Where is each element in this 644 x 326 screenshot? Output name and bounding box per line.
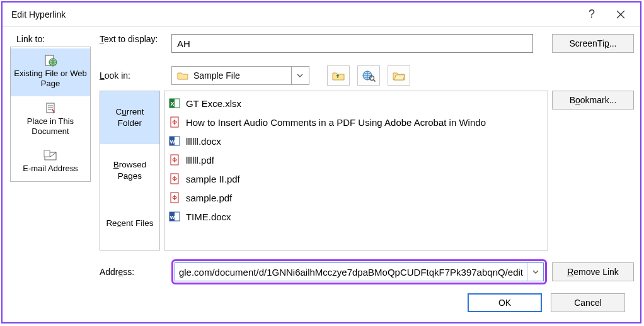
edit-hyperlink-dialog: Edit Hyperlink ? Link to: Existing File … <box>1 1 641 323</box>
up-folder-icon <box>331 70 345 81</box>
address-value: gle.com/document/d/1GNNi6ailhMcczye7dpaB… <box>175 267 527 278</box>
dialog-footer: OK Cancel <box>100 289 634 315</box>
file-area: CurrentFolder BrowsedPages Recent Files … <box>100 91 634 250</box>
file-list[interactable]: X GT Exce.xlsx How to Insert Audio Comme… <box>164 91 548 250</box>
cancel-button[interactable]: Cancel <box>551 293 625 312</box>
list-item[interactable]: W llllll.docx <box>168 132 544 150</box>
text-to-display-row: Text to display: ScreenTip... <box>100 34 634 53</box>
text-to-display-label: Text to display: <box>100 34 166 53</box>
svg-text:W: W <box>170 215 175 220</box>
tab-recent-files[interactable]: Recent Files <box>100 197 159 250</box>
browse-web-icon <box>362 69 376 82</box>
pdf-icon <box>168 172 181 185</box>
chevron-down-icon[interactable] <box>291 67 309 84</box>
linkto-email-address[interactable]: E-mail Address <box>11 143 90 180</box>
titlebar: Edit Hyperlink ? <box>3 3 640 26</box>
doc-target-icon <box>44 102 57 115</box>
linkto-item-label: Place in This Document <box>27 116 74 136</box>
close-icon <box>616 10 625 19</box>
address-highlight: gle.com/document/d/1GNNi6ailhMcczye7dpaB… <box>171 259 547 284</box>
linkto-place-in-doc[interactable]: Place in This Document <box>11 96 90 144</box>
window-title: Edit Hyperlink <box>11 9 577 20</box>
help-button[interactable]: ? <box>577 4 606 25</box>
up-one-level-button[interactable] <box>327 65 350 86</box>
address-combo[interactable]: gle.com/document/d/1GNNi6ailhMcczye7dpaB… <box>175 262 544 281</box>
address-label: Address: <box>100 267 166 277</box>
globe-page-icon <box>43 54 57 67</box>
close-button[interactable] <box>606 4 635 25</box>
excel-icon: X <box>168 97 181 110</box>
svg-text:W: W <box>170 139 175 145</box>
lookin-combo[interactable]: Sample File <box>171 66 309 85</box>
list-item[interactable]: How to Insert Audio Comments in a PDF Us… <box>168 113 544 132</box>
lookin-value: Sample File <box>193 70 240 81</box>
linkto-item-label: E-mail Address <box>23 164 78 173</box>
address-row: Address: gle.com/document/d/1GNNi6ailhMc… <box>100 259 634 284</box>
email-icon <box>43 150 57 161</box>
remove-link-button[interactable]: Remove Link <box>552 262 634 281</box>
list-item[interactable]: llllll.pdf <box>168 150 544 169</box>
lookin-label: Look in: <box>100 70 166 81</box>
folder-icon <box>177 71 188 80</box>
svg-text:X: X <box>170 101 174 107</box>
bookmark-button[interactable]: Bookmark... <box>552 91 634 110</box>
list-item[interactable]: sample.pdf <box>168 188 544 207</box>
chevron-down-icon[interactable] <box>527 263 543 281</box>
ok-button[interactable]: OK <box>468 293 542 312</box>
tab-browsed-pages[interactable]: BrowsedPages <box>100 144 159 197</box>
linkto-existing-file[interactable]: Existing File or Web Page <box>11 48 90 96</box>
tab-column: CurrentFolder BrowsedPages Recent Files <box>100 91 160 250</box>
file-name: sample.pdf <box>186 193 232 203</box>
linkto-label: Link to: <box>10 34 91 44</box>
tab-current-folder[interactable]: CurrentFolder <box>100 91 159 144</box>
linkto-item-label: Existing File or Web Page <box>14 69 86 88</box>
file-name: TIME.docx <box>186 211 231 222</box>
file-name: GT Exce.xlsx <box>186 98 241 109</box>
file-name: llllll.docx <box>186 136 221 147</box>
word-icon: W <box>168 210 181 223</box>
text-to-display-input[interactable] <box>171 34 533 53</box>
list-item[interactable]: X GT Exce.xlsx <box>168 94 544 113</box>
browse-web-button[interactable] <box>357 65 380 86</box>
pdf-icon <box>168 154 181 166</box>
word-icon: W <box>168 135 181 147</box>
pdf-icon <box>168 116 181 128</box>
file-name: How to Insert Audio Comments in a PDF Us… <box>186 117 486 128</box>
browse-file-button[interactable] <box>388 65 410 86</box>
file-name: llllll.pdf <box>186 155 214 166</box>
list-item[interactable]: W TIME.docx <box>168 207 544 226</box>
screentip-button[interactable]: ScreenTip... <box>552 34 634 53</box>
pdf-icon <box>168 191 181 204</box>
list-item[interactable]: sample II.pdf <box>168 169 544 188</box>
file-name: sample II.pdf <box>186 174 240 184</box>
svg-rect-5 <box>44 150 50 157</box>
linkto-panel: Existing File or Web Page Place in This … <box>10 47 91 182</box>
lookin-row: Look in: Sample File <box>100 65 634 86</box>
browse-file-icon <box>392 70 406 81</box>
